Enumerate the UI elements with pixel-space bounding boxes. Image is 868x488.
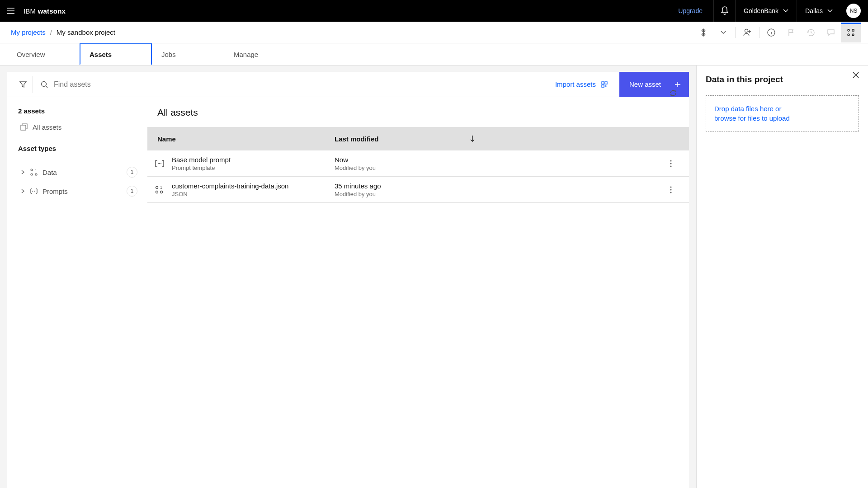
history-button bbox=[801, 23, 821, 42]
row-subtype: Prompt template bbox=[172, 164, 328, 171]
upgrade-link[interactable]: Upgrade bbox=[667, 0, 713, 22]
asset-type-count: 1 bbox=[127, 186, 137, 197]
bell-icon bbox=[720, 6, 729, 16]
data-type-icon: 1 bbox=[30, 168, 38, 176]
search-icon bbox=[40, 80, 48, 89]
breadcrumb-bar: My projects / My sandbox project bbox=[0, 22, 868, 43]
new-asset-label: New asset bbox=[629, 80, 661, 88]
table-row[interactable]: Base model prompt Prompt template Now Mo… bbox=[147, 150, 689, 177]
close-panel-button[interactable] bbox=[853, 72, 859, 78]
new-asset-button[interactable]: New asset bbox=[619, 72, 689, 97]
svg-point-9 bbox=[31, 174, 33, 175]
row-name: Base model prompt bbox=[172, 156, 328, 164]
svg-point-18 bbox=[156, 186, 158, 188]
search-button[interactable] bbox=[35, 76, 54, 93]
row-menu-button[interactable] bbox=[653, 160, 689, 167]
svg-point-10 bbox=[35, 174, 37, 175]
region-switcher[interactable]: Dallas bbox=[797, 0, 841, 22]
row-menu-button[interactable] bbox=[653, 186, 689, 193]
side-panel-title: Data in this project bbox=[706, 75, 859, 84]
kebab-icon bbox=[670, 160, 672, 167]
filter-icon bbox=[19, 80, 27, 89]
dropzone-text-2: browse for files to upload bbox=[714, 113, 850, 123]
tab-jobs[interactable]: Jobs bbox=[152, 43, 224, 65]
svg-point-2 bbox=[848, 29, 849, 31]
filter-button[interactable] bbox=[14, 76, 33, 93]
import-icon bbox=[600, 80, 609, 89]
history-icon bbox=[807, 28, 816, 37]
svg-point-16 bbox=[670, 163, 672, 164]
tab-assets[interactable]: Assets bbox=[80, 43, 152, 65]
asset-type-count: 1 bbox=[127, 167, 137, 178]
menu-icon bbox=[6, 6, 15, 15]
column-modified-label: Last modified bbox=[335, 135, 379, 143]
asset-types-heading: Asset types bbox=[18, 145, 137, 152]
asset-type-label: Data bbox=[42, 169, 57, 176]
data-icon bbox=[846, 28, 855, 37]
svg-point-13 bbox=[159, 163, 160, 164]
row-type-icon: 1 bbox=[147, 185, 172, 194]
asset-type-prompts[interactable]: Prompts 1 bbox=[18, 186, 137, 197]
breadcrumb-root-link[interactable]: My projects bbox=[11, 28, 46, 36]
info-button[interactable] bbox=[761, 23, 781, 42]
svg-text:1: 1 bbox=[160, 185, 162, 190]
file-drop-zone[interactable]: Drop data files here or browse for files… bbox=[706, 95, 859, 131]
svg-point-14 bbox=[160, 163, 161, 164]
svg-point-3 bbox=[848, 34, 849, 36]
svg-point-0 bbox=[745, 29, 748, 32]
org-switcher[interactable]: GoldenBank bbox=[735, 0, 797, 22]
hamburger-menu-button[interactable] bbox=[0, 0, 22, 22]
info-icon bbox=[767, 28, 776, 37]
add-collaborator-button[interactable] bbox=[737, 23, 757, 42]
chevron-down-icon bbox=[721, 31, 726, 34]
svg-point-22 bbox=[670, 186, 672, 188]
chevron-down-icon bbox=[827, 9, 833, 13]
user-avatar[interactable]: NS bbox=[846, 4, 861, 18]
row-modified-time: 35 minutes ago bbox=[335, 182, 653, 190]
brand-label: IBM watsonx bbox=[22, 7, 66, 15]
brand-prefix: IBM bbox=[24, 7, 38, 15]
tab-overview[interactable]: Overview bbox=[7, 43, 80, 65]
asset-type-data[interactable]: 1 Data 1 bbox=[18, 167, 137, 178]
notifications-button[interactable] bbox=[713, 0, 735, 22]
data-side-panel: Data in this project Drop data files her… bbox=[696, 66, 868, 488]
import-assets-button[interactable]: Import assets bbox=[544, 72, 619, 97]
flag-icon bbox=[787, 28, 795, 37]
svg-point-23 bbox=[670, 189, 672, 190]
project-actions bbox=[693, 23, 861, 42]
project-tabs: Overview Assets Jobs Manage bbox=[0, 43, 868, 66]
brand-name: watsonx bbox=[38, 7, 66, 15]
svg-point-12 bbox=[158, 163, 159, 164]
close-icon bbox=[853, 72, 859, 78]
svg-rect-7 bbox=[21, 125, 26, 130]
asset-filter-bar: Import assets New asset bbox=[7, 72, 689, 97]
import-assets-label: Import assets bbox=[555, 80, 596, 88]
all-assets-row[interactable]: All assets bbox=[18, 123, 137, 131]
chat-button bbox=[821, 23, 841, 42]
upload-menu-button[interactable] bbox=[713, 23, 733, 42]
row-modified-by: Modified by you bbox=[335, 191, 653, 197]
refresh-button[interactable] bbox=[669, 89, 677, 97]
upload-button[interactable] bbox=[693, 23, 713, 42]
svg-point-17 bbox=[670, 165, 672, 167]
table-row[interactable]: 1 customer-complaints-training-data.json… bbox=[147, 177, 689, 203]
sort-desc-icon bbox=[469, 135, 476, 142]
asset-search-input[interactable] bbox=[54, 80, 544, 89]
breadcrumb-current: My sandbox project bbox=[57, 28, 115, 36]
asset-table: All assets Name Last modified bbox=[147, 97, 689, 488]
asset-type-label: Prompts bbox=[42, 188, 68, 195]
org-name: GoldenBank bbox=[744, 7, 778, 14]
chevron-right-icon bbox=[21, 170, 25, 174]
svg-text:1: 1 bbox=[35, 168, 37, 172]
all-assets-label: All assets bbox=[33, 123, 61, 131]
upload-icon bbox=[699, 28, 708, 37]
tab-manage[interactable]: Manage bbox=[224, 43, 297, 65]
region-name: Dallas bbox=[805, 7, 823, 14]
column-name-header[interactable]: Name bbox=[147, 135, 328, 143]
svg-point-24 bbox=[670, 192, 672, 193]
svg-point-19 bbox=[156, 191, 158, 193]
refresh-icon bbox=[669, 89, 677, 97]
table-header-row: Name Last modified bbox=[147, 127, 689, 150]
column-modified-header[interactable]: Last modified bbox=[328, 135, 653, 143]
data-panel-button[interactable] bbox=[841, 23, 861, 42]
